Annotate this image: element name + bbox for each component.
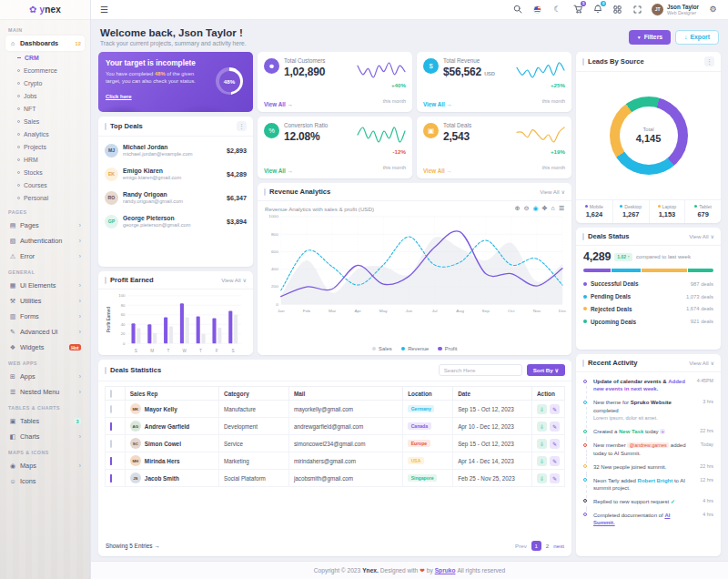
view-all-dropdown[interactable]: View All ∨: [689, 360, 714, 366]
sidebar-item-error[interactable]: ⚠Error›: [5, 249, 85, 264]
bullet-icon: [17, 197, 20, 199]
sidebar-item-widgets[interactable]: ❖WidgetsHot: [5, 340, 85, 355]
home-icon: ⌂: [9, 40, 16, 46]
sidebar-item-pages[interactable]: ▤Pages›: [5, 218, 85, 233]
target-progress-card: Your target is incomplete You have compl…: [98, 52, 253, 112]
sidebar-item-charts[interactable]: ◧Charts›: [5, 429, 85, 444]
download-action-button[interactable]: ⇩: [537, 473, 547, 483]
sidebar-subitem-crypto[interactable]: Crypto: [5, 76, 85, 89]
edit-action-button[interactable]: ✎: [550, 456, 560, 466]
row-checkbox[interactable]: [110, 474, 112, 482]
svg-text:Mar: Mar: [329, 309, 337, 313]
row-checkbox[interactable]: [110, 457, 112, 465]
apps-grid-icon[interactable]: [612, 4, 623, 15]
view-all-link[interactable]: View All →: [264, 101, 293, 107]
cart-icon[interactable]: 5: [571, 4, 583, 15]
sidebar-item-nested-menu[interactable]: ☰Nested Menu›: [5, 384, 85, 400]
select-all-checkbox[interactable]: [110, 390, 112, 398]
view-all-link[interactable]: View All →: [423, 101, 452, 107]
sidebar-item-forms[interactable]: ▥Forms›: [5, 309, 85, 324]
sidebar-subitem-crm[interactable]: CRM: [5, 51, 85, 64]
sidebar-item-maps[interactable]: ◉Maps›: [5, 458, 85, 473]
zoom-selection-icon[interactable]: ◉: [533, 205, 539, 212]
view-all-link[interactable]: View All →: [264, 168, 293, 174]
pagination-prev[interactable]: Prev: [515, 543, 527, 549]
download-action-button[interactable]: ⇩: [537, 456, 547, 466]
sidebar-subitem-sales[interactable]: Sales: [5, 115, 85, 127]
dark-mode-moon-icon[interactable]: ☾: [551, 4, 563, 15]
view-all-link[interactable]: View All →: [423, 168, 452, 174]
spruko-link[interactable]: Spruko: [435, 567, 456, 574]
stat-card-conversion-ratio: % Conversion Ratio 12.08% View All → -12…: [258, 117, 412, 178]
sidebar-subitem-jobs[interactable]: Jobs: [5, 89, 85, 102]
sidebar-subitem-stocks[interactable]: Stocks: [5, 166, 85, 178]
more-options-button[interactable]: ⋮: [704, 56, 714, 66]
table-row: AGAndrew GarfieldDevelopmentandrewgarfie…: [106, 418, 565, 435]
sidebar-item-tables[interactable]: ▣Tables3: [5, 413, 85, 429]
sidebar-item-utilities[interactable]: ⚒Utilities›: [5, 293, 85, 309]
stat-card-total-revenue: $ Total Revenue $56,562 USD View All → +…: [417, 52, 571, 112]
widgets-icon: ❖: [9, 344, 16, 351]
pagination-page-2[interactable]: 2: [546, 543, 549, 549]
sidebar-subitem-personal[interactable]: Personal: [5, 191, 85, 204]
download-action-button[interactable]: ⇩: [537, 404, 547, 414]
pagination-page-1[interactable]: 1: [531, 541, 541, 551]
table-search-input[interactable]: [439, 364, 522, 376]
sidebar-subitem-ecommerce[interactable]: Ecommerce: [5, 64, 85, 76]
pagination-next[interactable]: next: [553, 543, 564, 549]
edit-action-button[interactable]: ✎: [550, 404, 560, 414]
sidebar-item-icons[interactable]: ☺Icons: [5, 473, 85, 489]
filters-button[interactable]: ▼Filters: [629, 30, 671, 45]
hamburger-menu-icon[interactable]: ☰: [100, 5, 108, 15]
menu-icon[interactable]: ☰: [559, 205, 564, 212]
user-menu[interactable]: JT Json Taylor Web Designer: [652, 4, 699, 15]
sidebar-item-apps[interactable]: ⊞Apps›: [5, 369, 85, 384]
row-checkbox[interactable]: [110, 405, 112, 413]
sidebar-subitem-analytics[interactable]: Analytics: [5, 127, 85, 140]
zoom-out-icon[interactable]: ⊖: [524, 205, 530, 212]
row-checkbox[interactable]: [110, 422, 112, 431]
settings-gear-icon[interactable]: ⚙: [707, 4, 719, 15]
sparkline-chart: [516, 125, 565, 145]
top-deal-row[interactable]: EKEmigo Kiarenemigo.kiaren@gmail.com$4,2…: [98, 162, 253, 186]
top-deal-row[interactable]: MJMichael Jordanmichael.jordan@example.c…: [98, 138, 253, 162]
sidebar-item-ui-elements[interactable]: ▦Ui Elements›: [5, 278, 85, 293]
location-badge: Canada: [408, 422, 430, 430]
zoom-in-icon[interactable]: ⊕: [515, 205, 521, 212]
sidebar-subitem-projects[interactable]: Projects: [5, 140, 85, 153]
view-all-dropdown[interactable]: View All ∨: [221, 277, 247, 283]
sidebar-subitem-courses[interactable]: Courses: [5, 178, 85, 191]
download-action-button[interactable]: ⇩: [537, 439, 547, 449]
sidebar-item-authentication[interactable]: ▧Authentication›: [5, 233, 85, 249]
activity-list: Update of calendar events & Added new ev…: [576, 372, 721, 556]
brand-logo[interactable]: ✿ ynex: [0, 0, 90, 20]
edit-action-button[interactable]: ✎: [550, 422, 560, 432]
more-options-button[interactable]: ⋮: [237, 121, 247, 131]
sidebar-subitem-nft[interactable]: NFT: [5, 102, 85, 115]
top-deal-row[interactable]: RORandy Origoanrandy.origoan@gmail.com$6…: [98, 186, 253, 209]
top-deal-row[interactable]: GPGeorge Pietersongeorge.pieterson@gmail…: [98, 209, 253, 233]
edit-action-button[interactable]: ✎: [550, 439, 560, 449]
sort-by-button[interactable]: Sort By ∨: [527, 364, 565, 376]
pan-icon[interactable]: ✥: [542, 205, 548, 212]
notifications-bell-icon[interactable]: 0: [592, 4, 603, 15]
sidebar-item-dashboards[interactable]: ⌂Dashboards12: [5, 36, 85, 51]
fullscreen-icon[interactable]: [632, 4, 643, 15]
status-label: Successful Deals: [591, 280, 639, 287]
export-button[interactable]: ↓Export: [675, 30, 719, 45]
language-flag-icon[interactable]: [531, 4, 543, 15]
sidebar-item-advanced-ui[interactable]: ✎Advanced Ui›: [5, 324, 85, 340]
edit-action-button[interactable]: ✎: [550, 473, 560, 483]
search-icon[interactable]: [511, 4, 523, 15]
maps-icon: ◉: [9, 462, 16, 470]
stat-label: Total Deals: [443, 122, 471, 128]
target-click-here-link[interactable]: Click here: [106, 94, 132, 99]
activity-segment: New member: [593, 442, 627, 448]
home-reset-icon[interactable]: ⌂: [551, 205, 554, 212]
download-action-button[interactable]: ⇩: [537, 422, 547, 432]
activity-dot: [583, 443, 587, 447]
sidebar-subitem-hrm[interactable]: HRM: [5, 153, 85, 166]
view-all-dropdown[interactable]: View All ∨: [689, 233, 714, 239]
row-checkbox[interactable]: [110, 440, 112, 448]
view-all-dropdown[interactable]: View All ∨: [540, 188, 565, 195]
